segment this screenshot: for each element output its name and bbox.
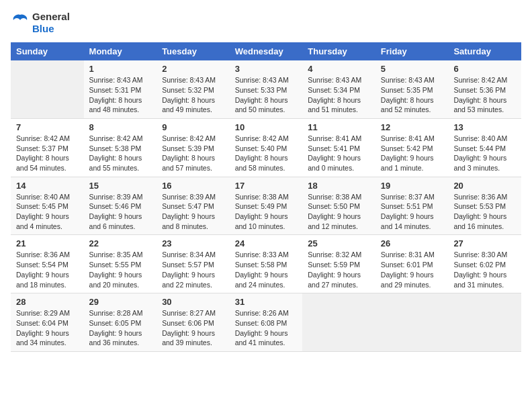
weekday-header-thursday: Thursday [302,42,375,60]
calendar-cell: 3Sunrise: 8:43 AMSunset: 5:33 PMDaylight… [230,60,303,118]
calendar-cell: 4Sunrise: 8:43 AMSunset: 5:34 PMDaylight… [302,60,375,118]
calendar-cell: 8Sunrise: 8:42 AMSunset: 5:38 PMDaylight… [84,118,157,177]
day-number: 8 [89,122,152,132]
day-info: Sunrise: 8:42 AMSunset: 5:40 PMDaylight:… [235,134,298,173]
day-info: Sunrise: 8:34 AMSunset: 5:57 PMDaylight:… [162,250,224,289]
day-number: 19 [381,181,443,191]
calendar-cell: 7Sunrise: 8:42 AMSunset: 5:37 PMDaylight… [11,118,84,177]
day-info: Sunrise: 8:32 AMSunset: 5:59 PMDaylight:… [308,250,370,289]
weekday-header-wednesday: Wednesday [230,42,303,60]
day-number: 1 [89,64,152,74]
weekday-header-friday: Friday [375,42,449,60]
day-number: 10 [235,122,298,132]
day-number: 20 [453,181,516,191]
day-info: Sunrise: 8:36 AMSunset: 5:53 PMDaylight:… [453,192,516,232]
day-number: 18 [308,181,370,191]
calendar-cell: 24Sunrise: 8:33 AMSunset: 5:58 PMDayligh… [230,235,303,293]
calendar-cell: 19Sunrise: 8:37 AMSunset: 5:51 PMDayligh… [375,177,449,235]
calendar-cell: 16Sunrise: 8:39 AMSunset: 5:47 PMDayligh… [157,177,230,235]
day-info: Sunrise: 8:38 AMSunset: 5:50 PMDaylight:… [308,192,370,232]
calendar-cell: 13Sunrise: 8:40 AMSunset: 5:44 PMDayligh… [448,118,521,177]
calendar-cell: 12Sunrise: 8:41 AMSunset: 5:42 PMDayligh… [375,118,449,177]
calendar-cell: 18Sunrise: 8:38 AMSunset: 5:50 PMDayligh… [302,177,375,235]
day-number: 25 [308,238,370,248]
calendar-cell [11,60,84,118]
day-info: Sunrise: 8:29 AMSunset: 6:04 PMDaylight:… [16,308,79,348]
day-info: Sunrise: 8:36 AMSunset: 5:54 PMDaylight:… [16,250,79,289]
day-number: 26 [381,238,443,248]
day-info: Sunrise: 8:38 AMSunset: 5:49 PMDaylight:… [235,192,298,232]
weekday-header-saturday: Saturday [448,42,521,60]
day-number: 23 [162,238,224,248]
calendar-week-row: 7Sunrise: 8:42 AMSunset: 5:37 PMDaylight… [11,118,521,177]
calendar-week-row: 28Sunrise: 8:29 AMSunset: 6:04 PMDayligh… [11,293,521,352]
day-number: 21 [16,238,79,248]
day-number: 7 [16,122,79,132]
day-info: Sunrise: 8:42 AMSunset: 5:36 PMDaylight:… [453,75,516,115]
logo: General Blue [11,11,70,34]
calendar-cell: 5Sunrise: 8:43 AMSunset: 5:35 PMDaylight… [375,60,449,118]
day-info: Sunrise: 8:43 AMSunset: 5:35 PMDaylight:… [381,75,443,115]
day-number: 17 [235,181,298,191]
day-info: Sunrise: 8:42 AMSunset: 5:39 PMDaylight:… [162,134,224,173]
weekday-header-tuesday: Tuesday [157,42,230,60]
day-number: 13 [453,122,516,132]
day-number: 5 [381,64,443,74]
weekday-header-monday: Monday [84,42,157,60]
calendar-cell: 23Sunrise: 8:34 AMSunset: 5:57 PMDayligh… [157,235,230,293]
day-info: Sunrise: 8:42 AMSunset: 5:37 PMDaylight:… [16,134,79,173]
day-info: Sunrise: 8:42 AMSunset: 5:38 PMDaylight:… [89,134,152,173]
day-number: 12 [381,122,443,132]
day-info: Sunrise: 8:27 AMSunset: 6:06 PMDaylight:… [162,308,224,348]
day-info: Sunrise: 8:43 AMSunset: 5:33 PMDaylight:… [235,75,298,115]
logo-blue-text: Blue [32,23,54,34]
weekday-header-sunday: Sunday [11,42,84,60]
day-info: Sunrise: 8:26 AMSunset: 6:08 PMDaylight:… [235,308,298,348]
day-info: Sunrise: 8:37 AMSunset: 5:51 PMDaylight:… [381,192,443,232]
calendar-cell [448,293,521,352]
day-info: Sunrise: 8:40 AMSunset: 5:44 PMDaylight:… [453,134,516,173]
calendar-cell: 20Sunrise: 8:36 AMSunset: 5:53 PMDayligh… [448,177,521,235]
day-number: 6 [453,64,516,74]
day-info: Sunrise: 8:30 AMSunset: 6:02 PMDaylight:… [453,250,516,289]
day-number: 2 [162,64,224,74]
calendar-cell: 25Sunrise: 8:32 AMSunset: 5:59 PMDayligh… [302,235,375,293]
calendar-cell: 15Sunrise: 8:39 AMSunset: 5:46 PMDayligh… [84,177,157,235]
day-info: Sunrise: 8:33 AMSunset: 5:58 PMDaylight:… [235,250,298,289]
calendar-cell: 29Sunrise: 8:28 AMSunset: 6:05 PMDayligh… [84,293,157,352]
calendar-cell: 17Sunrise: 8:38 AMSunset: 5:49 PMDayligh… [230,177,303,235]
calendar-cell [302,293,375,352]
calendar-cell: 9Sunrise: 8:42 AMSunset: 5:39 PMDaylight… [157,118,230,177]
calendar-cell: 6Sunrise: 8:42 AMSunset: 5:36 PMDaylight… [448,60,521,118]
day-info: Sunrise: 8:39 AMSunset: 5:47 PMDaylight:… [162,192,224,232]
day-number: 29 [89,297,152,307]
day-number: 9 [162,122,224,132]
calendar-week-row: 1Sunrise: 8:43 AMSunset: 5:31 PMDaylight… [11,60,521,118]
calendar-week-row: 14Sunrise: 8:40 AMSunset: 5:45 PMDayligh… [11,177,521,235]
day-number: 28 [16,297,79,307]
day-info: Sunrise: 8:28 AMSunset: 6:05 PMDaylight:… [89,308,152,348]
day-number: 15 [89,181,152,191]
calendar-cell: 21Sunrise: 8:36 AMSunset: 5:54 PMDayligh… [11,235,84,293]
day-number: 27 [453,238,516,248]
day-number: 24 [235,238,298,248]
calendar-cell: 28Sunrise: 8:29 AMSunset: 6:04 PMDayligh… [11,293,84,352]
calendar-cell: 22Sunrise: 8:35 AMSunset: 5:55 PMDayligh… [84,235,157,293]
calendar-week-row: 21Sunrise: 8:36 AMSunset: 5:54 PMDayligh… [11,235,521,293]
day-info: Sunrise: 8:39 AMSunset: 5:46 PMDaylight:… [89,192,152,232]
day-number: 16 [162,181,224,191]
day-number: 3 [235,64,298,74]
day-number: 22 [89,238,152,248]
weekday-header-row: SundayMondayTuesdayWednesdayThursdayFrid… [11,42,521,60]
page-header: General Blue [11,11,521,34]
calendar-cell: 27Sunrise: 8:30 AMSunset: 6:02 PMDayligh… [448,235,521,293]
calendar-table: SundayMondayTuesdayWednesdayThursdayFrid… [11,42,521,352]
day-number: 14 [16,181,79,191]
day-info: Sunrise: 8:40 AMSunset: 5:45 PMDaylight:… [16,192,79,232]
calendar-cell: 26Sunrise: 8:31 AMSunset: 6:01 PMDayligh… [375,235,449,293]
calendar-cell: 30Sunrise: 8:27 AMSunset: 6:06 PMDayligh… [157,293,230,352]
day-info: Sunrise: 8:43 AMSunset: 5:31 PMDaylight:… [89,75,152,115]
calendar-cell: 10Sunrise: 8:42 AMSunset: 5:40 PMDayligh… [230,118,303,177]
day-info: Sunrise: 8:41 AMSunset: 5:42 PMDaylight:… [381,134,443,173]
calendar-cell: 2Sunrise: 8:43 AMSunset: 5:32 PMDaylight… [157,60,230,118]
